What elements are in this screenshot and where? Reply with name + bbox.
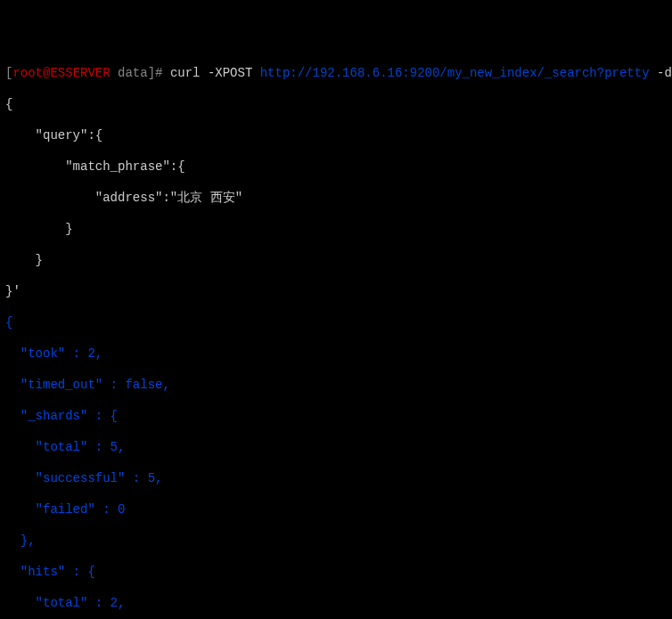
response-line: "failed" : 0 (5, 502, 667, 518)
request-body-line: } (5, 222, 667, 238)
curl-flags: -d (650, 66, 672, 80)
bracket-close: ]# (148, 66, 170, 80)
curl-command: curl -XPOST (170, 66, 260, 80)
response-line: "total" : 2, (5, 596, 667, 612)
prompt-user: root (12, 66, 43, 80)
response-line: }, (5, 533, 667, 550)
response-line: "successful" : 5, (5, 471, 667, 487)
request-body-line: "query":{ (5, 128, 667, 144)
request-body-line: }' (5, 284, 667, 300)
request-body-line: } (5, 253, 667, 269)
prompt-line: [root@ESSERVER data]# curl -XPOST http:/… (5, 66, 667, 82)
response-line: "total" : 5, (5, 440, 667, 456)
close-quote: ' (12, 284, 20, 298)
response-line: "hits" : { (5, 565, 667, 581)
response-line: { (5, 315, 667, 331)
response-line: "took" : 2, (5, 346, 667, 362)
response-line: "timed_out" : false, (5, 378, 667, 394)
prompt-path: data (111, 66, 148, 80)
request-body-line: { (5, 97, 667, 113)
request-body-line: "match_phrase":{ (5, 159, 667, 175)
response-line: "_shards" : { (5, 409, 667, 425)
request-body-line: "address":"北京 西安" (5, 191, 667, 207)
prompt-host: ESSERVER (50, 66, 110, 80)
request-url: http://192.168.6.16:9200/my_new_index/_s… (260, 66, 650, 80)
